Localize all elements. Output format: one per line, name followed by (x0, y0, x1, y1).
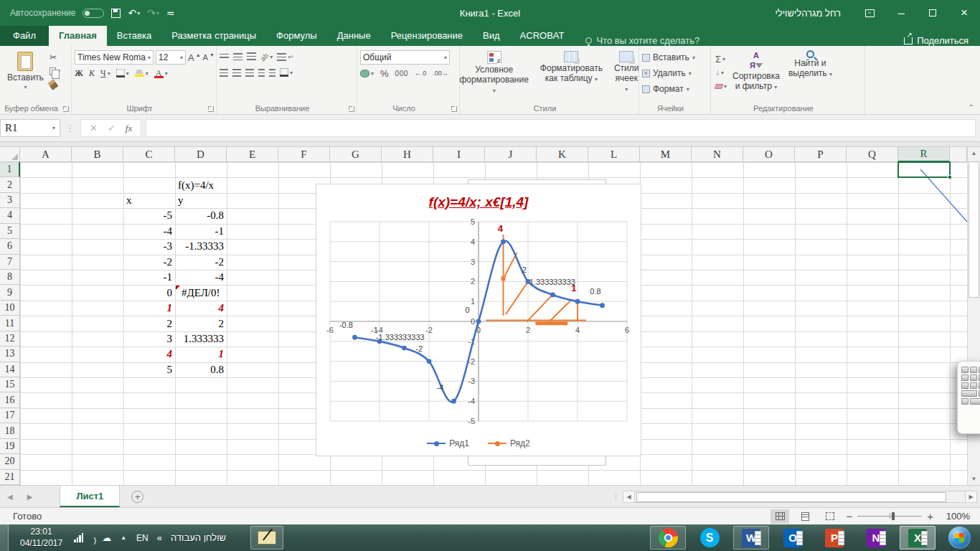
cell-C6[interactable]: -3 (123, 239, 175, 254)
horizontal-scroll-track[interactable] (635, 491, 965, 503)
column-header-G[interactable]: G (330, 147, 382, 162)
column-header-O[interactable]: O (743, 147, 795, 162)
network-signal-icon[interactable] (74, 533, 83, 542)
font-size-combo[interactable]: 12▾ (156, 50, 186, 65)
cell-D5[interactable]: -1 (175, 224, 227, 239)
formula-bar-splitter[interactable]: ⋮ (60, 123, 80, 133)
taskbar-app-skype[interactable]: S (692, 526, 727, 550)
ribbon-tab-Вставка[interactable]: Вставка (107, 26, 161, 46)
cell-C7[interactable]: -2 (123, 255, 175, 270)
column-header-B[interactable]: B (72, 147, 123, 162)
tell-me-box[interactable]: Что вы хотите сделать? (574, 35, 699, 46)
row-header-8[interactable]: 8 (0, 270, 20, 285)
horizontal-scrollbar[interactable]: ◀ ▶ (623, 491, 977, 503)
underline-button[interactable]: Ч▾ (100, 67, 110, 79)
row-header-20[interactable]: 20 (0, 454, 20, 469)
font-color-button[interactable]: А▾ (154, 67, 168, 79)
delete-cells-button[interactable]: ×Удалить▾ (642, 67, 692, 80)
add-sheet-button[interactable]: + (131, 491, 143, 503)
row-header-4[interactable]: 4 (0, 208, 20, 223)
close-button[interactable]: × (948, 0, 980, 26)
comma-style-button[interactable]: 000 (395, 70, 408, 77)
bold-button[interactable]: Ж (75, 68, 83, 79)
zoom-in-button[interactable]: + (927, 510, 933, 522)
onedrive-cloud-icon[interactable]: ☁ (102, 532, 111, 543)
vertical-scroll-thumb[interactable] (969, 161, 979, 298)
column-header-C[interactable]: C (123, 147, 175, 162)
row-header-13[interactable]: 13 (0, 347, 20, 362)
normal-view-button[interactable] (771, 509, 789, 524)
decrease-decimal-button[interactable]: .00→ (433, 70, 448, 77)
column-header-M[interactable]: M (640, 147, 692, 162)
ribbon-tab-Рецензирование[interactable]: Рецензирование (381, 26, 473, 46)
conditional-formatting-button[interactable]: Условноеформатирование ▾ (454, 49, 534, 97)
user-name[interactable]: רחל מגרהלישוילי (762, 8, 854, 19)
ribbon-tab-Разметка страницы[interactable]: Разметка страницы (161, 26, 266, 46)
merge-center-button[interactable]: ▾ (280, 67, 293, 78)
ribbon-tab-ACROBAT[interactable]: ACROBAT (510, 26, 575, 46)
column-header-E[interactable]: E (227, 147, 278, 162)
share-button[interactable]: Поделиться (904, 35, 980, 46)
fill-button[interactable]: ↓▾ (715, 67, 727, 78)
column-header-Q[interactable]: Q (847, 147, 898, 162)
row-header-17[interactable]: 17 (0, 408, 20, 423)
sheet-nav-right-icon[interactable]: ▶ (20, 493, 40, 501)
cell-D11[interactable]: 2 (175, 316, 227, 331)
legend-item-Ряд2[interactable]: Ряд2 (488, 438, 530, 448)
undo-button[interactable]: ↶▾ (128, 7, 140, 19)
ribbon-tab-Главная[interactable]: Главная (49, 26, 107, 46)
active-cell-selection[interactable] (897, 161, 951, 178)
scroll-up-arrow[interactable]: ▲ (968, 147, 980, 159)
sheet-nav-left-icon[interactable]: ◀ (0, 493, 20, 501)
save-icon[interactable] (111, 9, 121, 18)
column-header-L[interactable]: L (588, 147, 640, 162)
align-top-button[interactable] (220, 54, 229, 60)
insert-cells-button[interactable]: Вставить▾ (642, 51, 695, 64)
column-header-K[interactable]: K (537, 147, 588, 162)
ribbon-tab-Данные[interactable]: Данные (327, 26, 381, 46)
sheet-tab[interactable]: Лист1 (60, 486, 120, 507)
insert-function-button[interactable]: fx (126, 123, 132, 134)
row-header-2[interactable]: 2 (0, 177, 20, 192)
align-middle-button[interactable] (233, 53, 242, 60)
column-header-H[interactable]: H (382, 147, 433, 162)
column-header-I[interactable]: I (433, 147, 485, 162)
fill-color-button[interactable]: ▾ (135, 67, 149, 79)
taskbar-app-outlook[interactable]: O (775, 526, 811, 550)
toolbar-chevron-icon[interactable]: « (157, 532, 162, 543)
zoom-out-button[interactable]: − (846, 510, 852, 522)
minimize-button[interactable]: ─ (885, 0, 917, 26)
redo-button[interactable]: ↷▾ (147, 7, 159, 19)
vertical-scrollbar[interactable]: ▲ ▼ (967, 147, 980, 485)
row-header-10[interactable]: 10 (0, 301, 20, 316)
row-header-15[interactable]: 15 (0, 377, 20, 392)
hscroll-splitter[interactable]: ⋮ (612, 492, 620, 501)
legend-item-Ряд1[interactable]: Ряд1 (427, 438, 469, 448)
dialog-launcher-icon[interactable] (451, 106, 457, 112)
cell-D14[interactable]: 0.8 (175, 362, 227, 377)
cell-D12[interactable]: 1.333333 (175, 331, 227, 347)
touch-keyboard-popup[interactable] (957, 361, 980, 434)
zoom-thumb[interactable] (892, 512, 895, 520)
cell-C14[interactable]: 5 (123, 362, 175, 377)
taskbar-app-chrome[interactable] (650, 526, 686, 550)
format-cells-button[interactable]: Формат▾ (642, 83, 689, 95)
collapse-ribbon-button[interactable]: ⌃ (969, 103, 974, 111)
dialog-launcher-icon[interactable] (208, 106, 214, 112)
clear-button[interactable]: ▾ (715, 80, 727, 92)
dialog-launcher-icon[interactable] (349, 106, 354, 112)
orientation-button[interactable]: ab▾ (260, 51, 273, 62)
page-break-view-button[interactable] (821, 509, 839, 524)
increase-indent-button[interactable] (269, 67, 275, 78)
autosave-toggle[interactable] (83, 9, 104, 18)
cell-D10[interactable]: 4 (175, 301, 227, 316)
italic-button[interactable]: К (89, 68, 95, 79)
row-header-21[interactable]: 21 (0, 470, 20, 485)
row-header-11[interactable]: 11 (0, 316, 20, 331)
scroll-down-arrow[interactable]: ▼ (968, 473, 980, 485)
cell-D2[interactable]: f(x)=4/x (175, 177, 227, 192)
find-select-button[interactable]: Найти ивыделить ▾ (784, 49, 837, 80)
column-header-F[interactable]: F (278, 147, 330, 162)
ribbon-tab-Формулы[interactable]: Формулы (266, 26, 327, 46)
name-box[interactable]: R1 ▾ (0, 119, 60, 137)
